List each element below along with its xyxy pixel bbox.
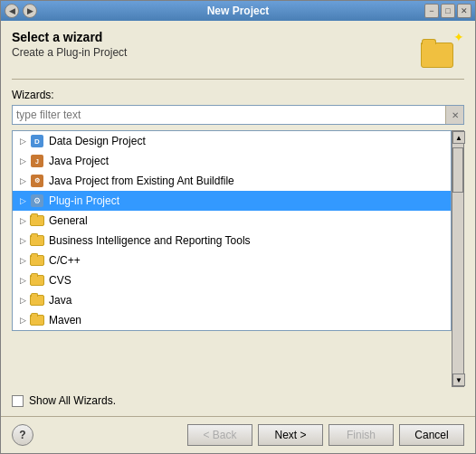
general-folder-icon <box>30 215 44 226</box>
main-content: Select a wizard Create a Plug-in Project… <box>1 21 475 416</box>
maven-folder-icon <box>30 315 44 326</box>
tree-item-java-folder[interactable]: ▷ Java <box>13 290 451 310</box>
wizard-subtitle: Create a Plug-in Project <box>12 46 127 59</box>
tree-item-label-maven: Maven <box>49 314 81 326</box>
tree-item-label-plugin: Plug-in Project <box>49 194 119 207</box>
show-all-checkbox[interactable] <box>12 395 24 407</box>
cancel-button[interactable]: Cancel <box>399 424 464 446</box>
tree-item-label-java-project: Java Project <box>49 155 109 167</box>
expander-data-design: ▷ <box>16 135 29 147</box>
expander-cpp: ▷ <box>16 254 29 267</box>
show-all-label: Show All Wizards. <box>29 394 116 407</box>
window-title: New Project <box>207 5 270 17</box>
tree-scroll: ▷ D Data Design Project ▷ J Java Project <box>12 130 452 387</box>
tree-item-bi[interactable]: ▷ Business Intelligence and Reporting To… <box>13 231 451 251</box>
plugin-project-icon: ⚙ <box>31 194 43 207</box>
titlebar-right-controls: − □ ✕ <box>424 4 471 18</box>
back-button[interactable]: < Back <box>187 424 252 446</box>
cpp-folder-icon <box>30 255 44 266</box>
java-folder-icon <box>30 295 44 306</box>
titlebar-maximize-button[interactable]: □ <box>441 4 455 18</box>
titlebar: ◀ ▶ New Project − □ ✕ <box>1 1 475 21</box>
expander-general: ▷ <box>16 214 29 227</box>
finish-button[interactable]: Finish <box>328 424 394 446</box>
tree-item-label-cvs: CVS <box>49 274 71 287</box>
expander-java-ant: ▷ <box>16 175 29 187</box>
tree-container[interactable]: ▷ D Data Design Project ▷ J Java Project <box>12 130 452 331</box>
cvs-folder-icon <box>30 275 44 286</box>
tree-wrapper: ▷ D Data Design Project ▷ J Java Project <box>12 130 464 387</box>
folder-icon-general <box>29 213 45 228</box>
expander-java-folder: ▷ <box>16 294 29 307</box>
folder-icon-maven <box>29 313 45 327</box>
filter-input[interactable] <box>13 106 445 124</box>
tree-item-java-ant[interactable]: ▷ ⚙ Java Project from Existing Ant Build… <box>13 171 451 191</box>
scroll-up-button[interactable]: ▲ <box>452 131 465 144</box>
bi-folder-icon <box>30 235 44 246</box>
expander-bi: ▷ <box>16 234 29 247</box>
tree-item-general[interactable]: ▷ General <box>13 211 451 231</box>
window: ◀ ▶ New Project − □ ✕ Select a wizard Cr… <box>0 0 476 454</box>
scrollbar-thumb[interactable] <box>452 147 463 193</box>
tree-item-cvs[interactable]: ▷ CVS <box>13 270 451 290</box>
sparkle-icon: ✦ <box>453 30 464 44</box>
filter-clear-button[interactable]: ✕ <box>445 106 463 124</box>
folder-icon <box>421 43 453 68</box>
project-icon-data-design: D <box>29 134 45 148</box>
project-icon-java: J <box>29 154 45 168</box>
data-design-icon: D <box>31 135 43 147</box>
expander-plugin: ▷ <box>16 194 29 207</box>
next-button[interactable]: Next > <box>258 424 323 446</box>
tree-item-label-bi: Business Intelligence and Reporting Tool… <box>49 234 251 247</box>
scrollbar-track[interactable] <box>452 144 463 374</box>
expander-maven: ▷ <box>16 314 29 326</box>
wizard-title: Select a wizard <box>12 30 127 44</box>
folder-icon-cpp <box>29 253 45 268</box>
tree-item-label-data-design: Data Design Project <box>49 135 146 147</box>
titlebar-close-button[interactable]: ✕ <box>457 4 471 18</box>
filter-row: ✕ <box>12 105 464 125</box>
scroll-down-button[interactable]: ▼ <box>452 374 465 386</box>
vertical-scrollbar[interactable]: ▲ ▼ <box>452 130 464 387</box>
header-divider <box>12 79 464 80</box>
header-section: Select a wizard Create a Plug-in Project… <box>12 30 464 68</box>
tree-item-data-design[interactable]: ▷ D Data Design Project <box>13 131 451 151</box>
expander-cvs: ▷ <box>16 274 29 287</box>
titlebar-left-controls: ◀ ▶ <box>5 4 37 18</box>
tree-item-java-project[interactable]: ▷ J Java Project <box>13 151 451 171</box>
tree-item-plugin[interactable]: ▷ ⚙ Plug-in Project <box>13 191 451 211</box>
folder-icon-java <box>29 293 45 307</box>
folder-icon-bi <box>29 233 45 248</box>
tree-item-label-java-ant: Java Project from Existing Ant Buildfile <box>49 175 234 187</box>
tree-item-maven[interactable]: ▷ Maven <box>13 310 451 330</box>
java-project-icon: J <box>31 155 43 167</box>
tree-item-label-general: General <box>49 214 88 227</box>
tree-item-label-java-folder: Java <box>49 294 71 307</box>
button-row: ? < Back Next > Finish Cancel <box>1 416 475 453</box>
wizards-label: Wizards: <box>12 89 464 101</box>
project-icon-java-ant: ⚙ <box>29 174 45 188</box>
tree-item-label-cpp: C/C++ <box>49 254 81 267</box>
titlebar-btn-left1[interactable]: ◀ <box>5 4 19 18</box>
titlebar-minimize-button[interactable]: − <box>424 4 439 18</box>
project-icon-plugin: ⚙ <box>29 194 45 208</box>
header-icon: ✦ <box>421 30 464 68</box>
folder-icon-cvs <box>29 273 45 288</box>
tree-item-cpp[interactable]: ▷ C/C++ <box>13 251 451 270</box>
java-ant-icon: ⚙ <box>31 175 43 187</box>
show-all-section: Show All Wizards. <box>12 394 464 407</box>
expander-java-project: ▷ <box>16 155 29 167</box>
header-text: Select a wizard Create a Plug-in Project <box>12 30 127 59</box>
help-button[interactable]: ? <box>12 424 33 446</box>
titlebar-btn-left2[interactable]: ▶ <box>23 4 37 18</box>
